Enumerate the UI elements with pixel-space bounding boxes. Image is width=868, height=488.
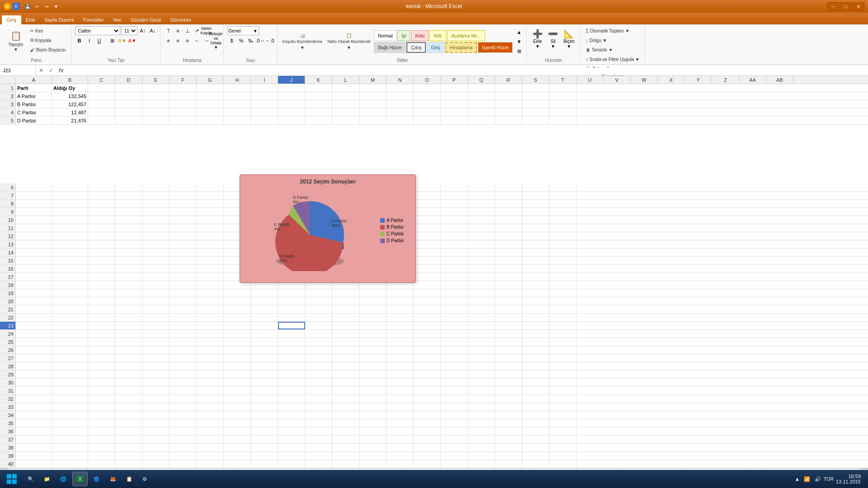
cell-f9[interactable]: [170, 208, 197, 216]
cell-g38[interactable]: [197, 444, 224, 451]
row-num-18[interactable]: 18: [0, 281, 16, 289]
cell-f10[interactable]: [170, 216, 197, 224]
cell-h27[interactable]: [224, 354, 251, 362]
cell-a34[interactable]: [16, 411, 52, 419]
row-num-40[interactable]: 40: [0, 460, 16, 468]
col-header-h[interactable]: H: [224, 76, 251, 84]
col-header-u[interactable]: U: [576, 76, 604, 84]
cell-p1[interactable]: [441, 84, 468, 92]
cell-a37[interactable]: [16, 436, 52, 443]
cell-o13[interactable]: [414, 240, 441, 248]
cell-r30[interactable]: [495, 379, 522, 386]
row-num-3[interactable]: 3: [0, 100, 16, 108]
cell-h2[interactable]: [224, 92, 251, 100]
cell-m1[interactable]: [359, 84, 387, 92]
cell-a11[interactable]: [16, 224, 52, 232]
cell-s15[interactable]: [522, 257, 549, 264]
cell-p28[interactable]: [441, 362, 468, 370]
cell-g15[interactable]: [197, 257, 224, 264]
cell-e17[interactable]: [142, 273, 170, 281]
cell-rest-5e[interactable]: [441, 117, 468, 124]
style-bagli-hucre[interactable]: Bağlı Hücre: [374, 42, 406, 53]
cell-d14[interactable]: [115, 249, 142, 256]
cell-h36[interactable]: [224, 427, 251, 435]
cell-l36[interactable]: [332, 427, 359, 435]
col-header-x[interactable]: X: [658, 76, 685, 84]
cell-c32[interactable]: [88, 395, 115, 403]
row-num-27[interactable]: 27: [0, 354, 16, 362]
cell-f14[interactable]: [170, 249, 197, 256]
cell-p14[interactable]: [441, 249, 468, 256]
cell-g35[interactable]: [197, 419, 224, 427]
cell-b18[interactable]: [52, 281, 88, 289]
cell-m29[interactable]: [359, 371, 387, 378]
cell-i25[interactable]: [251, 338, 278, 346]
cell-rest-2b[interactable]: [359, 92, 387, 100]
cell-c12[interactable]: [88, 232, 115, 240]
cell-f16[interactable]: [170, 265, 197, 272]
cell-rest-3d[interactable]: [414, 100, 441, 108]
cell-c22[interactable]: [88, 314, 115, 321]
cell-j28[interactable]: [278, 362, 305, 370]
row-num-25[interactable]: 25: [0, 338, 16, 346]
cell-r32[interactable]: [495, 395, 522, 403]
cell-n19[interactable]: [387, 289, 414, 297]
cell-q40[interactable]: [468, 460, 495, 468]
cell-e34[interactable]: [142, 411, 170, 419]
col-header-w[interactable]: W: [631, 76, 658, 84]
cell-p34[interactable]: [441, 411, 468, 419]
cell-h22[interactable]: [224, 314, 251, 321]
font-family-select[interactable]: Calibri: [75, 26, 120, 35]
cell-a1[interactable]: Parti: [16, 84, 52, 92]
cell-n32[interactable]: [387, 395, 414, 403]
cell-i39[interactable]: [251, 452, 278, 460]
cell-c39[interactable]: [88, 452, 115, 460]
cell-l24[interactable]: [332, 330, 359, 338]
cell-r31[interactable]: [495, 387, 522, 394]
border-btn[interactable]: ⊞: [108, 36, 117, 45]
cell-c1[interactable]: [88, 84, 115, 92]
cell-m23[interactable]: [359, 322, 387, 329]
taskbar-search[interactable]: 🔍: [24, 472, 38, 486]
cell-c21[interactable]: [88, 305, 115, 313]
cell-k31[interactable]: [305, 387, 332, 394]
cell-b22[interactable]: [52, 314, 88, 321]
cell-j21[interactable]: [278, 305, 305, 313]
cell-r1[interactable]: [495, 84, 522, 92]
yapistir-btn[interactable]: 📋 Yapıştır ▼: [5, 26, 27, 56]
cell-r29[interactable]: [495, 371, 522, 378]
cell-h38[interactable]: [224, 444, 251, 451]
cell-k30[interactable]: [305, 379, 332, 386]
cell-f18[interactable]: [170, 281, 197, 289]
cell-n1[interactable]: [387, 84, 414, 92]
cell-rest-5g[interactable]: [495, 117, 522, 124]
cell-m22[interactable]: [359, 314, 387, 321]
cell-e36[interactable]: [142, 427, 170, 435]
cell-q34[interactable]: [468, 411, 495, 419]
cell-e10[interactable]: [142, 216, 170, 224]
cell-h3[interactable]: [224, 100, 251, 108]
cell-j40[interactable]: [278, 460, 305, 468]
cell-a32[interactable]: [16, 395, 52, 403]
cell-s23[interactable]: [522, 322, 549, 329]
cell-g2[interactable]: [197, 92, 224, 100]
row-num-11[interactable]: 11: [0, 224, 16, 232]
cell-q37[interactable]: [468, 436, 495, 443]
cell-t22[interactable]: [549, 314, 576, 321]
cell-i37[interactable]: [251, 436, 278, 443]
cell-c26[interactable]: [88, 346, 115, 354]
cell-f11[interactable]: [170, 224, 197, 232]
cell-s38[interactable]: [522, 444, 549, 451]
indent-dec-btn[interactable]: ←: [193, 36, 202, 45]
cell-d30[interactable]: [115, 379, 142, 386]
cell-b39[interactable]: [52, 452, 88, 460]
cell-o14[interactable]: [414, 249, 441, 256]
row-num-31[interactable]: 31: [0, 387, 16, 394]
cell-f2[interactable]: [170, 92, 197, 100]
cell-p19[interactable]: [441, 289, 468, 297]
cell-j26[interactable]: [278, 346, 305, 354]
cell-t1[interactable]: [549, 84, 576, 92]
cell-c2[interactable]: [88, 92, 115, 100]
cell-d32[interactable]: [115, 395, 142, 403]
cell-r23[interactable]: [495, 322, 522, 329]
